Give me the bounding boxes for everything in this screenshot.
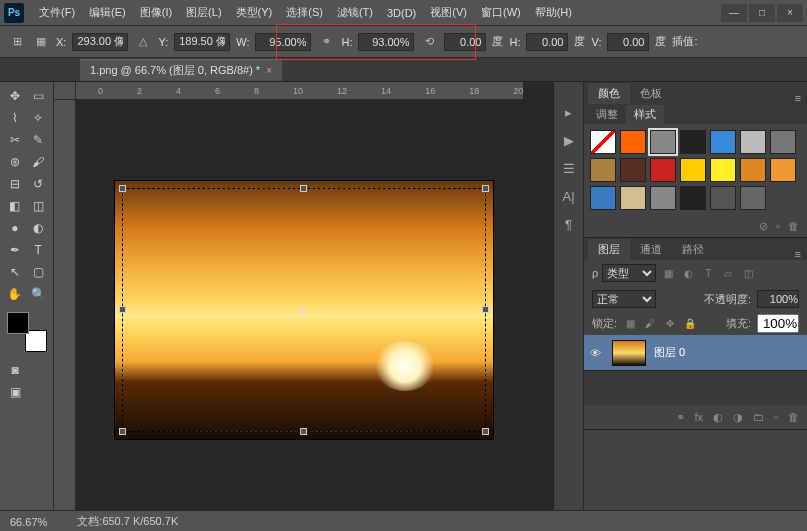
transform-handle-t[interactable]: [300, 185, 307, 192]
brush-tool[interactable]: 🖌: [28, 152, 50, 172]
new-group-icon[interactable]: 🗀: [753, 411, 764, 423]
transform-handle-tl[interactable]: [119, 185, 126, 192]
zoom-level-display[interactable]: 66.67%: [10, 516, 47, 528]
opacity-input[interactable]: [757, 290, 799, 308]
eyedropper-tool[interactable]: ✎: [28, 130, 50, 150]
lock-transparent-icon[interactable]: ▦: [623, 317, 637, 331]
menu-3d[interactable]: 3D(D): [380, 3, 423, 23]
subtab-styles[interactable]: 样式: [626, 105, 664, 124]
document-tab-close-icon[interactable]: ×: [266, 65, 272, 76]
delete-layer-icon[interactable]: 🗑: [788, 411, 799, 423]
menu-layer[interactable]: 图层(L): [179, 1, 228, 24]
style-swatch[interactable]: [680, 186, 706, 210]
menu-select[interactable]: 选择(S): [279, 1, 330, 24]
tab-channels[interactable]: 通道: [630, 239, 672, 260]
path-select-tool[interactable]: ↖: [4, 262, 26, 282]
blend-mode-select[interactable]: 正常: [592, 290, 656, 308]
magic-wand-tool[interactable]: ✧: [28, 108, 50, 128]
hand-tool[interactable]: ✋: [4, 284, 26, 304]
menu-window[interactable]: 窗口(W): [474, 1, 528, 24]
style-swatch[interactable]: [740, 186, 766, 210]
blur-tool[interactable]: ●: [4, 218, 26, 238]
transform-handle-tr[interactable]: [482, 185, 489, 192]
transform-handle-l[interactable]: [119, 306, 126, 313]
menu-help[interactable]: 帮助(H): [528, 1, 579, 24]
style-swatch[interactable]: [620, 130, 646, 154]
lasso-tool[interactable]: ⌇: [4, 108, 26, 128]
new-fill-layer-icon[interactable]: ◑: [733, 411, 743, 424]
layer-fx-icon[interactable]: fx: [695, 411, 704, 423]
swap-xy-icon[interactable]: △: [134, 33, 152, 51]
menu-file[interactable]: 文件(F): [32, 1, 82, 24]
marquee-tool[interactable]: ▭: [28, 86, 50, 106]
zoom-tool[interactable]: 🔍: [28, 284, 50, 304]
lock-position-icon[interactable]: ✥: [663, 317, 677, 331]
layers-panel-menu-icon[interactable]: ≡: [789, 248, 807, 260]
gradient-tool[interactable]: ◫: [28, 196, 50, 216]
type-tool[interactable]: T: [28, 240, 50, 260]
style-swatch[interactable]: [680, 158, 706, 182]
tab-layers[interactable]: 图层: [588, 239, 630, 260]
clear-style-icon[interactable]: ⊘: [759, 220, 768, 233]
tab-color[interactable]: 颜色: [588, 83, 630, 104]
status-doc-info[interactable]: 文档:650.7 K/650.7K: [77, 514, 178, 529]
filter-type-icon[interactable]: T: [700, 265, 716, 281]
transform-handle-r[interactable]: [482, 306, 489, 313]
subtab-adjust[interactable]: 调整: [588, 105, 626, 124]
y-input[interactable]: [174, 33, 230, 51]
link-layers-icon[interactable]: ⚭: [676, 411, 685, 424]
shape-tool[interactable]: ▢: [28, 262, 50, 282]
layer-thumbnail[interactable]: [612, 340, 646, 366]
maximize-button[interactable]: □: [749, 4, 775, 22]
delete-style-icon[interactable]: 🗑: [788, 220, 799, 233]
dodge-tool[interactable]: ◐: [28, 218, 50, 238]
transform-origin-icon[interactable]: ⊞: [8, 33, 26, 51]
style-swatch[interactable]: [710, 186, 736, 210]
vskew-input[interactable]: [607, 33, 649, 51]
style-swatch[interactable]: [650, 130, 676, 154]
document-tab[interactable]: 1.png @ 66.7% (图层 0, RGB/8#) * ×: [80, 59, 282, 81]
tab-paths[interactable]: 路径: [672, 239, 714, 260]
pen-tool[interactable]: ✒: [4, 240, 26, 260]
style-swatch[interactable]: [650, 158, 676, 182]
panel-menu-icon[interactable]: ≡: [789, 92, 807, 104]
character-panel-icon[interactable]: A|: [559, 186, 579, 206]
transform-center-icon[interactable]: ✢: [298, 304, 310, 316]
layer-filter-type-select[interactable]: 类型: [602, 264, 656, 282]
layer-name-label[interactable]: 图层 0: [654, 345, 685, 360]
x-input[interactable]: [72, 33, 128, 51]
menu-type[interactable]: 类型(Y): [229, 1, 280, 24]
rotation-input[interactable]: [444, 33, 486, 51]
transform-handle-b[interactable]: [300, 428, 307, 435]
hskew-input[interactable]: [526, 33, 568, 51]
h-input[interactable]: [358, 33, 414, 51]
style-swatch[interactable]: [620, 158, 646, 182]
stamp-tool[interactable]: ⊟: [4, 174, 26, 194]
history-panel-icon[interactable]: ☰: [559, 158, 579, 178]
transform-handle-br[interactable]: [482, 428, 489, 435]
menu-filter[interactable]: 滤镜(T): [330, 1, 380, 24]
collapse-panels-icon[interactable]: ▸: [559, 102, 579, 122]
filter-shape-icon[interactable]: ▱: [720, 265, 736, 281]
history-brush-tool[interactable]: ↺: [28, 174, 50, 194]
w-input[interactable]: [255, 33, 311, 51]
play-icon[interactable]: ▶: [559, 130, 579, 150]
transform-bounding-box[interactable]: ✢: [122, 188, 486, 432]
new-style-icon[interactable]: ▫: [776, 220, 780, 233]
move-tool[interactable]: ✥: [4, 86, 26, 106]
fill-input[interactable]: [757, 314, 799, 333]
menu-image[interactable]: 图像(I): [133, 1, 179, 24]
menu-edit[interactable]: 编辑(E): [82, 1, 133, 24]
layer-item[interactable]: 👁 图层 0: [584, 335, 807, 371]
new-layer-icon[interactable]: ▫: [774, 411, 778, 423]
filter-smart-icon[interactable]: ◫: [740, 265, 756, 281]
style-swatch[interactable]: [590, 130, 616, 154]
menu-view[interactable]: 视图(V): [423, 1, 474, 24]
eraser-tool[interactable]: ◧: [4, 196, 26, 216]
lock-pixels-icon[interactable]: 🖌: [643, 317, 657, 331]
reference-point-grid-icon[interactable]: ▦: [32, 33, 50, 51]
style-swatch[interactable]: [590, 186, 616, 210]
style-swatch[interactable]: [650, 186, 676, 210]
filter-adjust-icon[interactable]: ◐: [680, 265, 696, 281]
style-swatch[interactable]: [620, 186, 646, 210]
